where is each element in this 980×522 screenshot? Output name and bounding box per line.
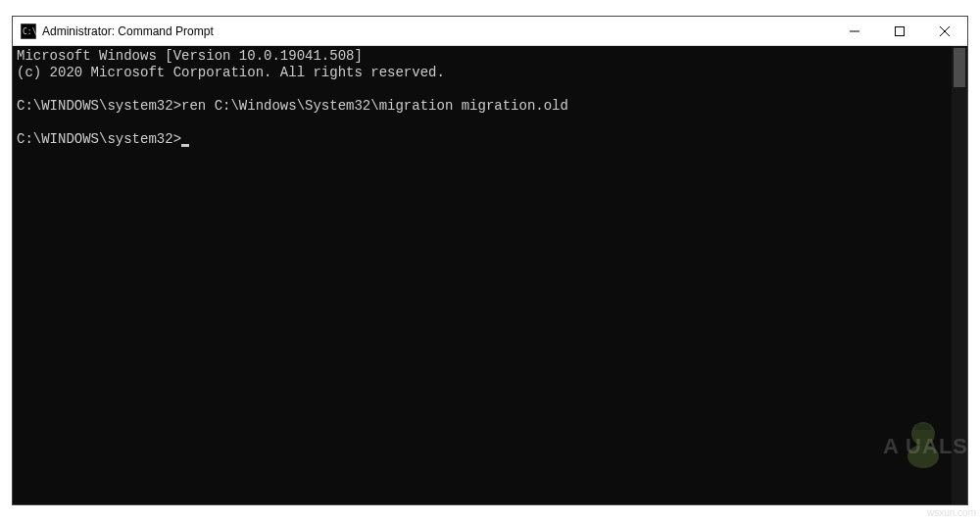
maximize-icon bbox=[895, 26, 905, 36]
window-controls bbox=[832, 17, 967, 45]
window-title: Administrator: Command Prompt bbox=[42, 24, 214, 38]
copyright-line: (c) 2020 Microsoft Corporation. All righ… bbox=[17, 65, 445, 80]
svg-text:C:\: C:\ bbox=[23, 27, 36, 36]
command-prompt-window: C:\ Administrator: Command Prompt bbox=[12, 16, 968, 505]
terminal-content: Microsoft Windows [Version 10.0.19041.50… bbox=[17, 48, 963, 148]
svg-rect-3 bbox=[896, 26, 905, 35]
maximize-button[interactable] bbox=[877, 17, 922, 45]
close-button[interactable] bbox=[922, 17, 967, 45]
terminal-body[interactable]: Microsoft Windows [Version 10.0.19041.50… bbox=[13, 46, 967, 504]
watermark-text: wsxun.com bbox=[927, 507, 976, 518]
titlebar[interactable]: C:\ Administrator: Command Prompt bbox=[13, 17, 967, 46]
cursor bbox=[181, 144, 189, 147]
prompt: C:\WINDOWS\system32> bbox=[17, 98, 181, 114]
scrollbar-thumb[interactable] bbox=[954, 48, 965, 87]
watermark-logo-icon bbox=[894, 412, 953, 471]
close-icon bbox=[940, 26, 950, 36]
svg-point-7 bbox=[907, 445, 939, 468]
prompt: C:\WINDOWS\system32> bbox=[17, 131, 181, 147]
minimize-button[interactable] bbox=[832, 17, 877, 45]
command-text: ren C:\Windows\System32\migration migrat… bbox=[181, 98, 568, 114]
svg-rect-8 bbox=[915, 424, 931, 430]
cmd-icon: C:\ bbox=[21, 24, 36, 39]
minimize-icon bbox=[850, 26, 859, 36]
version-line: Microsoft Windows [Version 10.0.19041.50… bbox=[17, 48, 363, 64]
